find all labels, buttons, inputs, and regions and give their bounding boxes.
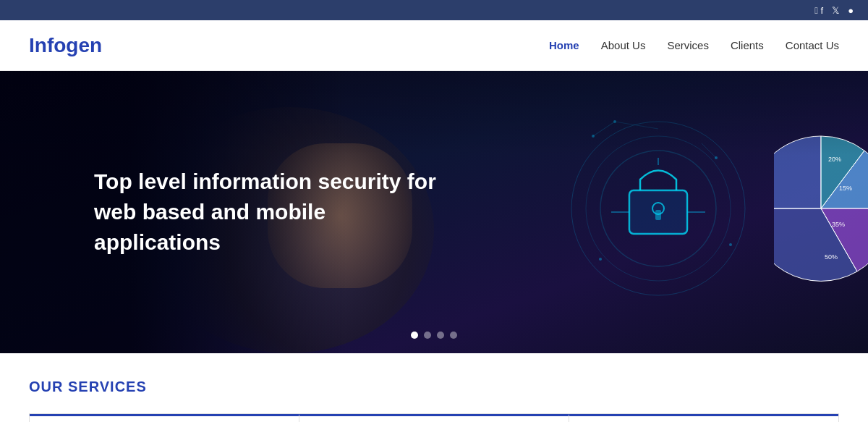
nav-contact[interactable]: Contact Us — [786, 39, 839, 51]
twitter-icon[interactable]: 𝕏 — [832, 5, 839, 16]
services-section: OUR SERVICES Security — [0, 353, 868, 422]
hero-dot-4[interactable] — [450, 332, 457, 339]
service-card-security: Security Managed Information Security... — [30, 414, 299, 422]
nav-services[interactable]: Services — [667, 39, 709, 51]
logo[interactable]: Infogen — [29, 34, 102, 57]
top-bar:  f 𝕏 ● — [0, 0, 868, 20]
hero-dot-3[interactable] — [437, 332, 444, 339]
hero-carousel-dots — [411, 332, 457, 339]
service-card-assessments: Assessments Get Business Assessments wit… — [299, 414, 569, 422]
main-nav: Home About Us Services Clients Contact U… — [549, 39, 839, 51]
facebook-icon[interactable]:  f — [814, 5, 823, 16]
nav-home[interactable]: Home — [549, 39, 579, 51]
nav-clients[interactable]: Clients — [731, 39, 764, 51]
service-card-training: Training Information Security Management… — [569, 414, 838, 422]
services-title: OUR SERVICES — [29, 379, 839, 395]
nav-about[interactable]: About Us — [601, 39, 646, 51]
hero-dot-1[interactable] — [411, 332, 418, 339]
hero-text: Top level information security for web b… — [94, 166, 456, 258]
hero-headline: Top level information security for web b… — [94, 166, 456, 258]
hero-dot-2[interactable] — [424, 332, 431, 339]
header: Infogen Home About Us Services Clients C… — [0, 20, 868, 71]
hero-section: 20% 15% 35% 50% Top level information se… — [0, 71, 868, 353]
instagram-icon[interactable]: ● — [848, 5, 854, 16]
services-grid: Security Managed Information Security... — [29, 413, 839, 422]
